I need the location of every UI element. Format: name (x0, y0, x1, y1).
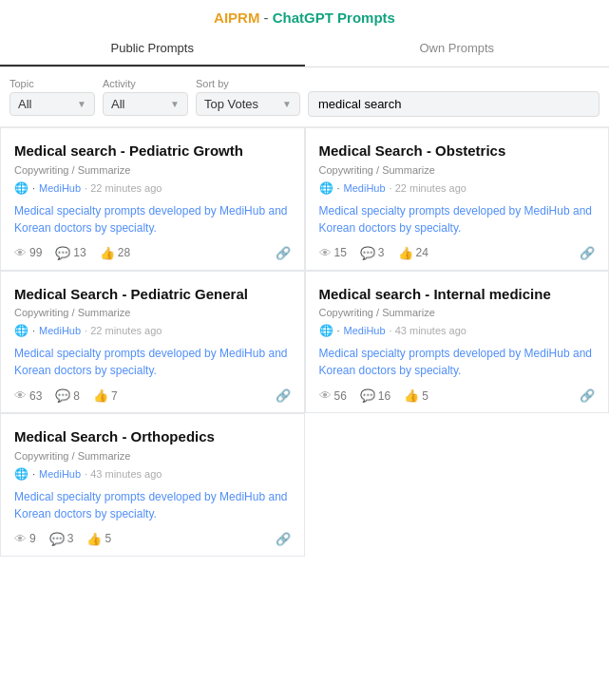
app-title: AIPRM - ChatGPT Prompts (0, 0, 609, 31)
eye-icon: 👁 (319, 246, 332, 260)
globe-icon: 🌐 (319, 181, 333, 195)
author-link[interactable]: MediHub (39, 325, 81, 336)
card-author: 🌐 · MediHub · 43 minutes ago (14, 467, 291, 481)
globe-icon: 🌐 (319, 324, 333, 337)
globe-icon: 🌐 (14, 324, 29, 337)
card-title: Medical search - Internal medicine (319, 285, 596, 304)
views-count: 99 (29, 246, 42, 259)
card-description: Medical specialty prompts developed by M… (319, 345, 596, 379)
card-item[interactable]: Medical search - Internal medicine Copyw… (305, 271, 610, 414)
card-title: Medical Search - Obstetrics (319, 142, 596, 161)
views-stat: 👁 63 (14, 388, 42, 403)
topic-label: Topic (10, 78, 95, 89)
card-category: Copywriting / Summarize (319, 164, 596, 176)
card-category: Copywriting / Summarize (319, 307, 596, 318)
author-link[interactable]: MediHub (344, 182, 386, 194)
views-stat: 👁 99 (14, 246, 42, 260)
views-count: 56 (334, 389, 347, 403)
app-title-aiprm: AIPRM (214, 9, 259, 26)
likes-count: 5 (422, 389, 428, 403)
comments-count: 3 (378, 246, 385, 259)
card-title: Medical Search - Orthopedics (14, 427, 291, 446)
card-time: · 22 minutes ago (85, 325, 162, 336)
comments-stat: 💬 3 (49, 532, 74, 546)
card-title: Medical search - Pediatric Growth (14, 142, 291, 161)
likes-stat: 👍 5 (404, 388, 428, 403)
link-icon[interactable]: 🔗 (276, 388, 291, 403)
activity-select[interactable]: All ▼ (103, 92, 188, 116)
eye-icon: 👁 (14, 388, 27, 403)
sortby-filter-group: Sort by Top Votes ▼ (196, 78, 300, 116)
activity-label: Activity (103, 78, 188, 89)
card-item[interactable]: Medical Search - Orthopedics Copywriting… (0, 413, 305, 557)
author-link[interactable]: MediHub (344, 325, 386, 336)
views-stat: 👁 56 (319, 388, 347, 403)
likes-count: 28 (118, 246, 130, 259)
link-icon[interactable]: 🔗 (276, 532, 291, 546)
topic-select[interactable]: All ▼ (10, 92, 95, 116)
card-item[interactable]: Medical search - Pediatric Growth Copywr… (0, 127, 305, 271)
globe-icon: 🌐 (14, 467, 29, 481)
sortby-chevron-icon: ▼ (282, 99, 292, 109)
card-description: Medical specialty prompts developed by M… (14, 202, 291, 236)
comment-icon: 💬 (49, 532, 65, 546)
sortby-select[interactable]: Top Votes ▼ (196, 92, 300, 116)
author-link[interactable]: MediHub (39, 182, 81, 194)
search-group (308, 77, 599, 117)
tab-public-prompts[interactable]: Public Prompts (0, 31, 305, 66)
card-description: Medical specialty prompts developed by M… (319, 202, 596, 236)
card-title: Medical Search - Pediatric General (14, 285, 291, 304)
likes-count: 24 (416, 246, 428, 259)
link-icon[interactable]: 🔗 (580, 246, 595, 260)
eye-icon: 👁 (319, 388, 332, 403)
card-author: 🌐 · MediHub · 22 minutes ago (319, 181, 596, 195)
likes-count: 7 (111, 389, 118, 403)
card-time: · 22 minutes ago (85, 182, 162, 194)
filter-bar: Topic All ▼ Activity All ▼ Sort by Top V… (0, 67, 609, 127)
thumbsup-icon: 👍 (100, 246, 115, 260)
card-time: · 43 minutes ago (85, 468, 162, 480)
card-category: Copywriting / Summarize (14, 450, 291, 462)
comments-count: 3 (67, 532, 74, 545)
card-author: 🌐 · MediHub · 43 minutes ago (319, 324, 596, 337)
card-time: · 43 minutes ago (390, 325, 466, 336)
eye-icon: 👁 (14, 532, 27, 546)
comments-count: 16 (378, 389, 390, 403)
comment-icon: 💬 (55, 246, 70, 260)
comments-stat: 💬 8 (55, 388, 80, 403)
activity-value: All (111, 97, 124, 111)
thumbsup-icon: 👍 (404, 388, 419, 403)
sortby-value: Top Votes (204, 97, 258, 111)
link-icon[interactable]: 🔗 (276, 246, 291, 260)
comment-icon: 💬 (360, 246, 375, 260)
likes-stat: 👍 28 (100, 246, 130, 260)
comments-stat: 💬 16 (360, 388, 390, 403)
activity-chevron-icon: ▼ (170, 99, 180, 109)
link-icon[interactable]: 🔗 (580, 388, 595, 403)
thumbsup-icon: 👍 (93, 388, 108, 403)
views-stat: 👁 9 (14, 532, 36, 546)
author-link[interactable]: MediHub (39, 468, 81, 480)
eye-icon: 👁 (14, 246, 27, 260)
tab-own-prompts[interactable]: Own Prompts (305, 31, 610, 66)
card-author: 🌐 · MediHub · 22 minutes ago (14, 324, 291, 337)
tab-bar: Public Prompts Own Prompts (0, 31, 609, 67)
thumbsup-icon: 👍 (398, 246, 413, 260)
card-author: 🌐 · MediHub · 22 minutes ago (14, 181, 291, 195)
card-category: Copywriting / Summarize (14, 164, 291, 176)
likes-count: 5 (105, 532, 111, 545)
topic-chevron-icon: ▼ (77, 99, 86, 109)
card-item[interactable]: Medical Search - Pediatric General Copyw… (0, 271, 305, 414)
search-input[interactable] (308, 91, 599, 117)
card-item[interactable]: Medical Search - Obstetrics Copywriting … (305, 127, 610, 271)
likes-stat: 👍 5 (86, 532, 111, 546)
sortby-label: Sort by (196, 78, 300, 89)
comment-icon: 💬 (360, 388, 375, 403)
card-time: · 22 minutes ago (390, 182, 466, 194)
card-description: Medical specialty prompts developed by M… (14, 345, 291, 379)
cards-grid: Medical search - Pediatric Growth Copywr… (0, 127, 609, 557)
views-stat: 👁 15 (319, 246, 347, 260)
card-description: Medical specialty prompts developed by M… (14, 488, 291, 522)
card-stats: 👁 56 💬 16 👍 5 🔗 (319, 388, 596, 403)
topic-value: All (18, 97, 31, 111)
